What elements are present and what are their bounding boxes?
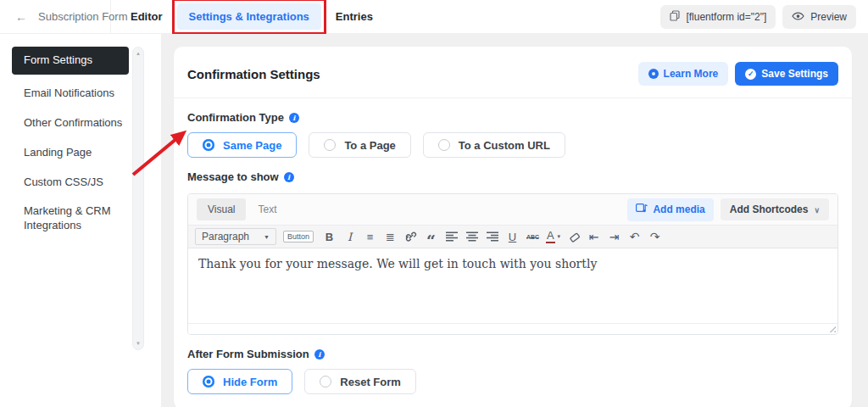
resize-handle[interactable] — [827, 324, 836, 332]
editor-tab-visual[interactable]: Visual — [197, 198, 246, 220]
option-same-page[interactable]: Same Page — [187, 132, 297, 158]
editor-content[interactable]: Thank you for your message. We will get … — [188, 248, 837, 323]
radio-checked-icon — [203, 376, 214, 387]
align-center-icon[interactable] — [463, 227, 481, 246]
topbar: ← Subscription Form Editor Settings & In… — [0, 0, 868, 34]
sidebar-item-other-confirmations[interactable]: Other Confirmations — [12, 109, 129, 138]
add-media-button[interactable]: Add media — [627, 198, 713, 221]
text-color-icon[interactable]: A — [544, 227, 562, 246]
main-tabs: Editor Settings & Integrations Entries — [129, 3, 375, 30]
option-label: To a Custom URL — [459, 139, 550, 152]
bold-icon[interactable]: B — [320, 227, 338, 246]
add-shortcodes-button[interactable]: Add Shortcodes — [721, 198, 829, 220]
settings-sidebar: Form Settings Email Notifications Other … — [0, 34, 161, 407]
align-right-icon[interactable] — [483, 227, 501, 246]
sidebar-item-marketing-crm[interactable]: Marketing & CRM Integrations — [12, 197, 129, 241]
after-form-submission-text: After Form Submission — [187, 348, 309, 360]
blockquote-icon[interactable]: “ — [422, 227, 440, 246]
option-to-a-page[interactable]: To a Page — [309, 132, 410, 158]
message-editor: Visual Text Add media Add Shortcodes — [187, 193, 838, 335]
copy-icon — [670, 10, 680, 24]
learn-more-button[interactable]: Learn More — [638, 62, 729, 86]
paragraph-label: Paragraph — [202, 231, 249, 243]
card-header: Confirmation Settings Learn More Save Se… — [174, 47, 852, 98]
align-left-icon[interactable] — [442, 227, 460, 246]
option-label: Reset Form — [340, 376, 401, 388]
outdent-icon[interactable]: ⇤ — [585, 227, 603, 246]
link-icon[interactable] — [402, 227, 420, 246]
save-settings-button[interactable]: Save Settings — [735, 62, 838, 86]
chevron-down-icon — [814, 204, 820, 215]
page-title: Confirmation Settings — [187, 67, 632, 81]
editor-tabs-row: Visual Text Add media Add Shortcodes — [188, 194, 837, 225]
editor-tab-text[interactable]: Text — [254, 198, 280, 220]
sidebar-item-form-settings[interactable]: Form Settings — [12, 47, 129, 75]
info-icon[interactable] — [289, 113, 299, 123]
editor-statusbar — [188, 323, 837, 334]
undo-icon[interactable]: ↶ — [626, 227, 643, 246]
media-icon — [636, 204, 648, 216]
topbar-actions: [fluentform id="2"] Preview — [660, 5, 868, 29]
italic-icon[interactable]: I — [341, 227, 359, 246]
option-to-a-custom-url[interactable]: To a Custom URL — [423, 132, 565, 158]
scrollbar-up-icon[interactable] — [136, 51, 141, 56]
tab-entries[interactable]: Entries — [334, 3, 375, 30]
editor-top-actions: Add media Add Shortcodes — [627, 198, 829, 221]
confirmation-settings-card: Confirmation Settings Learn More Save Se… — [174, 47, 852, 407]
editor-toolbar: Paragraph Button B I ≡ ≣ “ — [188, 225, 837, 248]
add-shortcodes-label: Add Shortcodes — [730, 204, 809, 215]
radio-unchecked-icon — [438, 139, 450, 151]
message-to-show-label: Message to show — [187, 170, 838, 183]
preview-button[interactable]: Preview — [782, 5, 856, 29]
sidebar-item-email-notifications[interactable]: Email Notifications — [12, 79, 129, 109]
clear-formatting-icon[interactable] — [565, 227, 582, 246]
shortcode-label: [fluentform id="2"] — [686, 11, 766, 23]
radio-checked-icon — [203, 139, 214, 151]
sidebar-item-custom-css-js[interactable]: Custom CSS/JS — [12, 168, 129, 198]
sidebar-item-landing-page[interactable]: Landing Page — [12, 138, 129, 168]
content-area: Form Settings Email Notifications Other … — [0, 34, 868, 407]
option-label: Hide Form — [223, 376, 277, 388]
tab-settings-integrations-label: Settings & Integrations — [189, 10, 309, 23]
confirmation-type-label: Confirmation Type — [187, 111, 838, 124]
shortcode-button[interactable]: [fluentform id="2"] — [660, 5, 776, 29]
save-settings-label: Save Settings — [761, 68, 828, 80]
after-submission-options: Hide Form Reset Form — [187, 369, 838, 394]
option-label: Same Page — [223, 139, 281, 152]
confirmation-type-text: Confirmation Type — [187, 111, 284, 124]
after-form-submission-label: After Form Submission — [187, 348, 838, 360]
tab-settings-integrations[interactable]: Settings & Integrations — [177, 3, 321, 30]
numbered-list-icon[interactable]: ≣ — [381, 227, 399, 246]
learn-more-label: Learn More — [664, 68, 719, 80]
sidebar-scrollbar[interactable] — [132, 47, 144, 350]
add-media-label: Add media — [653, 204, 704, 215]
back-arrow-icon[interactable]: ← — [15, 11, 27, 23]
option-reset-form[interactable]: Reset Form — [304, 369, 416, 394]
underline-icon[interactable]: U — [504, 227, 521, 246]
bullet-list-icon[interactable]: ≡ — [361, 227, 379, 246]
check-circle-icon — [745, 69, 756, 80]
preview-label: Preview — [810, 11, 847, 23]
radio-unchecked-icon — [324, 139, 336, 151]
card-body: Confirmation Type Same Page To a Page To — [174, 111, 852, 407]
circle-dot-icon — [648, 69, 659, 79]
form-header: ← Subscription Form — [0, 0, 111, 33]
info-icon[interactable] — [314, 349, 325, 360]
strikethrough-icon[interactable]: ABC — [524, 227, 542, 246]
paragraph-dropdown[interactable]: Paragraph — [195, 228, 276, 245]
eye-icon — [792, 11, 804, 23]
indent-icon[interactable]: ⇥ — [605, 227, 623, 246]
form-title: Subscription Form — [38, 10, 127, 23]
message-to-show-text: Message to show — [187, 170, 279, 183]
redo-icon[interactable]: ↷ — [646, 227, 664, 246]
option-label: To a Page — [344, 139, 395, 152]
scrollbar-down-icon[interactable] — [136, 341, 141, 346]
tab-editor[interactable]: Editor — [129, 3, 164, 30]
option-hide-form[interactable]: Hide Form — [187, 369, 292, 394]
info-icon[interactable] — [284, 172, 294, 182]
radio-unchecked-icon — [320, 376, 331, 387]
header-divider — [174, 98, 852, 98]
confirmation-type-options: Same Page To a Page To a Custom URL — [187, 132, 838, 158]
main-panel: Confirmation Settings Learn More Save Se… — [161, 34, 868, 407]
button-shortcode-button[interactable]: Button — [283, 231, 314, 243]
